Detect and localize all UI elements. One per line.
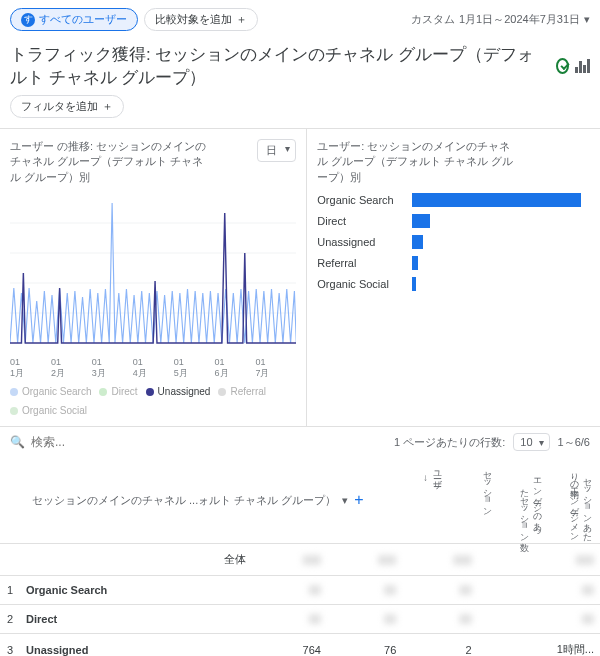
xaxis-tick: 017月 [255,357,296,380]
add-dimension-button[interactable]: + [354,492,363,508]
search-icon: 🔍 [10,435,25,449]
line-chart [10,193,296,353]
table-cell: 00 [327,605,402,634]
table-row[interactable]: 1Organic Search00000000 [0,576,600,605]
table-cell: 00 [327,576,402,605]
status-ok-icon [556,58,569,74]
bar-chart-panel: ユーザー: セッションのメインのチャネル グループ（デフォルト チャネル グルー… [307,129,600,426]
table-cell: 00 [402,605,477,634]
pager-range: 1～6/6 [558,435,590,450]
xaxis-tick: 011月 [10,357,51,380]
bar-label: Unassigned [317,236,412,248]
legend-item[interactable]: Organic Search [10,386,91,397]
chevron-down-icon: ▾ [584,13,590,26]
pager-label: 1 ページあたりの行数: [394,435,505,450]
date-range-picker[interactable]: カスタム 1月1日～2024年7月31日 ▾ [411,12,590,27]
legend-item[interactable]: Organic Social [10,405,87,416]
xaxis-tick: 012月 [51,357,92,380]
table-cell: 00 [252,576,327,605]
granularity-select[interactable]: 日 [257,139,296,162]
table-cell: 00 [478,605,600,634]
col-avg-engagement[interactable]: セッションあたりの平均エンゲージメン [548,465,594,535]
chip-all-users[interactable]: す すべてのユーザー [10,8,138,31]
bar-row: Organic Search [317,193,590,207]
bar-row: Unassigned [317,235,590,249]
dimension-header[interactable]: セッションのメインのチャネル ...ォルト チャネル グループ） [32,493,336,508]
table-cell: 76 [327,634,402,656]
table-cell: 1時間... [478,634,600,656]
chevron-down-icon: ▾ [342,494,348,507]
bar-chart-title: ユーザー: セッションのメインのチャネル グループ（デフォルト チャネル グルー… [317,139,517,185]
legend-item[interactable]: Referral [218,386,266,397]
bar-row: Direct [317,214,590,228]
col-users[interactable]: ユーザー [431,465,444,481]
col-engaged-sessions[interactable]: エンゲージのあったセッション数 [498,465,544,535]
table-row[interactable]: 2Direct00000000 [0,605,600,634]
xaxis-tick: 013月 [92,357,133,380]
search-input[interactable] [31,435,388,449]
col-sessions[interactable]: セッション [448,465,494,510]
legend-item[interactable]: Unassigned [146,386,211,397]
date-custom-label: カスタム [411,12,455,27]
customize-icon[interactable] [575,59,590,73]
date-range-text: 1月1日～2024年7月31日 [459,12,580,27]
table-row[interactable]: 3Unassigned7647621時間... [0,634,600,656]
sort-desc-icon[interactable]: ↓ [423,472,428,483]
filter-add-label: フィルタを追加 [21,99,98,114]
table-cell: 00 [252,605,327,634]
chip-all-users-label: すべてのユーザー [39,12,127,27]
xaxis-tick: 014月 [133,357,174,380]
bar-label: Organic Social [317,278,412,290]
line-chart-title: ユーザー の推移: セッションのメインのチャネル グループ（デフォルト チャネル… [10,139,210,185]
table-cell: 00 [478,576,600,605]
page-title: トラフィック獲得: セッションのメインのチャネル グループ（デフォルト チャネル… [10,43,550,89]
table-total-label: 全体 [20,544,252,576]
legend-item[interactable]: Direct [99,386,137,397]
chip-add-compare[interactable]: 比較対象を追加 ＋ [144,8,258,31]
xaxis-tick: 015月 [174,357,215,380]
pager-size-select[interactable]: 10 [513,433,549,451]
bar-label: Direct [317,215,412,227]
bar-label: Organic Search [317,194,412,206]
chip-add-compare-label: 比較対象を追加 [155,12,232,27]
plus-icon: ＋ [236,12,247,27]
bar-row: Organic Social [317,277,590,291]
table-cell: 00 [402,576,477,605]
line-chart-panel: ユーザー の推移: セッションのメインのチャネル グループ（デフォルト チャネル… [0,129,307,426]
table-cell: 764 [252,634,327,656]
bar-label: Referral [317,257,412,269]
filter-add-button[interactable]: フィルタを追加 ＋ [10,95,124,118]
user-icon: す [21,13,35,27]
table-cell: 2 [402,634,477,656]
plus-icon: ＋ [102,99,113,114]
bar-row: Referral [317,256,590,270]
xaxis-tick: 016月 [215,357,256,380]
